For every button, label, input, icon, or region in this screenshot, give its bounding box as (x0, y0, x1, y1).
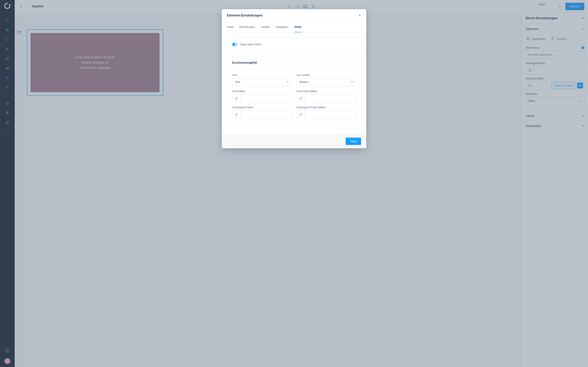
icon-select[interactable]: Pfeil (232, 78, 291, 86)
bg-color-input[interactable] (232, 110, 291, 118)
bg-color-value[interactable] (241, 110, 291, 118)
color-swatch-none-icon[interactable] (233, 110, 241, 118)
modal-title: Element-Einstellungen (227, 14, 263, 17)
icon-color-label: Icon-Farbe (232, 90, 291, 93)
tab-settings[interactable]: Einstellungen (239, 22, 255, 32)
color-swatch-none-icon[interactable] (233, 94, 241, 102)
icon-select-value: Pfeil (235, 81, 240, 83)
icon-color-value[interactable] (241, 94, 291, 102)
appearance-title: Erscheinungbild (227, 57, 294, 69)
show-arrows-label: Zeige Slider Pfeile (240, 43, 261, 46)
icon-select-label: Icon (232, 74, 291, 76)
icon-color-input[interactable] (232, 94, 291, 102)
bg-color-label: Hintergrund-Farbe (232, 106, 291, 109)
element-settings-modal: Element-Einstellungen Inhalt Einstellung… (222, 9, 294, 148)
tab-navigation[interactable]: Navigation (276, 22, 288, 32)
show-arrows-toggle[interactable] (232, 43, 237, 46)
tab-content[interactable]: Inhalt (227, 22, 233, 32)
tab-sizes[interactable]: Größen (261, 22, 270, 32)
